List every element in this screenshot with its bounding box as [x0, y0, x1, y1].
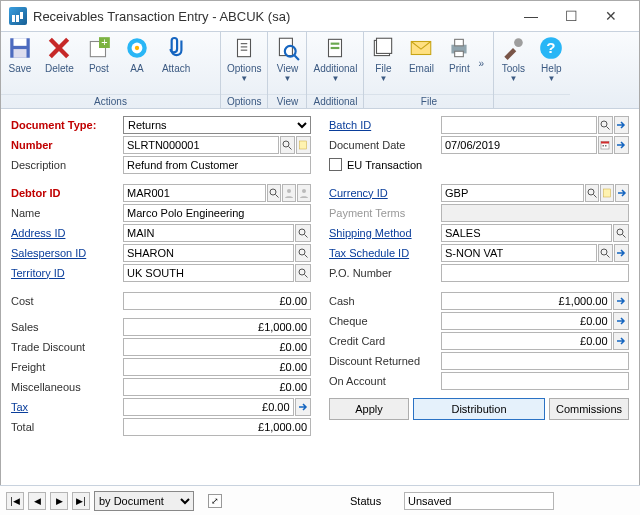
view-button[interactable]: View▼ — [268, 32, 306, 94]
currency-id-label[interactable]: Currency ID — [329, 187, 441, 199]
cheque-expand-button[interactable] — [613, 312, 629, 330]
name-input[interactable] — [123, 204, 311, 222]
shipping-lookup-button[interactable] — [613, 224, 629, 242]
nav-prev-button[interactable]: ◀ — [28, 492, 46, 510]
eu-transaction-label: EU Transaction — [347, 159, 422, 171]
batch-lookup-button[interactable] — [598, 116, 613, 134]
svg-line-38 — [276, 194, 279, 197]
credit-card-input[interactable] — [441, 332, 612, 350]
tax-schedule-id-label[interactable]: Tax Schedule ID — [329, 247, 441, 259]
shipping-method-label[interactable]: Shipping Method — [329, 227, 441, 239]
freight-label: Freight — [11, 361, 123, 373]
date-expand-button[interactable] — [614, 136, 629, 154]
po-number-input[interactable] — [441, 264, 629, 282]
print-button[interactable]: Print — [440, 32, 478, 94]
maximize-button[interactable]: ☐ — [551, 8, 591, 24]
tax-detail-button[interactable] — [295, 398, 311, 416]
address-lookup-button[interactable] — [295, 224, 311, 242]
debtor-extra1-button[interactable] — [282, 184, 296, 202]
trade-discount-input[interactable] — [123, 338, 311, 356]
batch-expand-button[interactable] — [614, 116, 629, 134]
total-input[interactable] — [123, 418, 311, 436]
discount-returned-input[interactable] — [441, 352, 629, 370]
tax-expand-button[interactable] — [614, 244, 629, 262]
aa-button[interactable]: AA — [118, 32, 156, 94]
apply-button[interactable]: Apply — [329, 398, 409, 420]
additional-button[interactable]: Additional▼ — [307, 32, 363, 94]
ribbon-group-file: File — [364, 94, 493, 108]
options-button[interactable]: Options▼ — [221, 32, 267, 94]
svg-rect-23 — [455, 39, 464, 46]
eu-transaction-checkbox[interactable] — [329, 158, 342, 171]
debtor-id-input[interactable] — [123, 184, 266, 202]
tax-schedule-id-input[interactable] — [441, 244, 597, 262]
footer-expand-button[interactable]: ⤢ — [208, 494, 222, 508]
tax-lookup-button[interactable] — [598, 244, 613, 262]
svg-line-46 — [304, 274, 307, 277]
document-type-select[interactable]: Returns — [123, 116, 311, 134]
svg-rect-34 — [601, 141, 609, 143]
batch-id-label[interactable]: Batch ID — [329, 119, 441, 131]
close-window-button[interactable]: ✕ — [591, 8, 631, 24]
commissions-button[interactable]: Commissions — [549, 398, 629, 420]
ribbon-overflow-icon[interactable]: » — [478, 32, 484, 94]
credit-card-expand-button[interactable] — [613, 332, 629, 350]
delete-button[interactable]: Delete — [39, 32, 80, 94]
help-button[interactable]: ? Help▼ — [532, 32, 570, 94]
nav-first-button[interactable]: |◀ — [6, 492, 24, 510]
salesperson-id-input[interactable] — [123, 244, 294, 262]
file-button[interactable]: File▼ — [364, 32, 402, 94]
sales-input[interactable] — [123, 318, 311, 336]
address-id-label[interactable]: Address ID — [11, 227, 123, 239]
territory-lookup-button[interactable] — [295, 264, 311, 282]
debtor-lookup-button[interactable] — [267, 184, 281, 202]
distribution-button[interactable]: Distribution — [413, 398, 545, 420]
footer-bar: |◀ ◀ ▶ ▶| by Document ⤢ Status — [0, 485, 640, 515]
chevron-down-icon: ▼ — [240, 74, 248, 83]
attach-button[interactable]: Attach — [156, 32, 196, 94]
payment-terms-label: Payment Terms — [329, 207, 441, 219]
cheque-input[interactable] — [441, 312, 612, 330]
shipping-method-input[interactable] — [441, 224, 612, 242]
document-type-label: Document Type: — [11, 119, 123, 131]
batch-id-input[interactable] — [441, 116, 597, 134]
salesperson-id-label[interactable]: Salesperson ID — [11, 247, 123, 259]
debtor-extra2-button[interactable] — [297, 184, 311, 202]
cost-label: Cost — [11, 295, 123, 307]
tax-input[interactable] — [123, 398, 294, 416]
tax-label[interactable]: Tax — [11, 401, 123, 413]
salesperson-lookup-button[interactable] — [295, 244, 311, 262]
document-date-input[interactable] — [441, 136, 597, 154]
tools-button[interactable]: Tools▼ — [494, 32, 532, 94]
date-picker-button[interactable] — [598, 136, 613, 154]
description-input[interactable] — [123, 156, 311, 174]
currency-expand-button[interactable] — [615, 184, 629, 202]
cash-expand-button[interactable] — [613, 292, 629, 310]
cash-input[interactable] — [441, 292, 612, 310]
number-lookup-button[interactable] — [280, 136, 295, 154]
attach-icon — [163, 35, 189, 61]
email-button[interactable]: Email — [402, 32, 440, 94]
minimize-button[interactable]: — — [511, 8, 551, 24]
nav-next-button[interactable]: ▶ — [50, 492, 68, 510]
on-account-input[interactable] — [441, 372, 629, 390]
ribbon-group-actions: Actions — [1, 94, 220, 108]
currency-lookup-button[interactable] — [585, 184, 599, 202]
trade-discount-label: Trade Discount — [11, 341, 123, 353]
number-input[interactable] — [123, 136, 279, 154]
territory-id-label[interactable]: Territory ID — [11, 267, 123, 279]
miscellaneous-input[interactable] — [123, 378, 311, 396]
nav-last-button[interactable]: ▶| — [72, 492, 90, 510]
save-button[interactable]: Save — [1, 32, 39, 94]
sort-by-select[interactable]: by Document — [94, 491, 194, 511]
currency-id-input[interactable] — [441, 184, 584, 202]
svg-rect-17 — [331, 43, 340, 45]
number-note-button[interactable] — [296, 136, 311, 154]
post-button[interactable]: + Post — [80, 32, 118, 94]
cost-input[interactable] — [123, 292, 311, 310]
address-id-input[interactable] — [123, 224, 294, 242]
freight-input[interactable] — [123, 358, 311, 376]
currency-note-button[interactable] — [600, 184, 614, 202]
tools-icon — [500, 35, 526, 61]
territory-id-input[interactable] — [123, 264, 294, 282]
